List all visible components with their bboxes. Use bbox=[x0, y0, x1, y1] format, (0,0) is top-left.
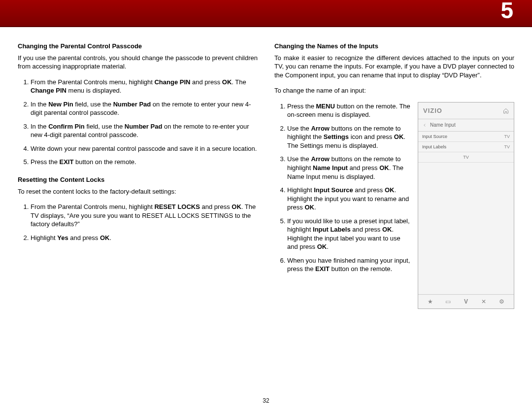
steps-passcode: From the Parental Controls menu, highlig… bbox=[18, 78, 258, 167]
list-item: In the Confirm Pin field, use the Number… bbox=[31, 122, 258, 139]
bold-text: OK bbox=[222, 78, 232, 86]
bold-text: OK bbox=[382, 226, 392, 233]
bold-text: OK bbox=[304, 204, 314, 211]
section-title-passcode: Changing the Parental Control Passcode bbox=[18, 42, 258, 51]
text: and press bbox=[353, 186, 385, 194]
text: . bbox=[314, 204, 316, 211]
text: Highlight bbox=[31, 234, 57, 241]
bold-text: Input Source bbox=[314, 186, 353, 194]
text: button on the remote. bbox=[73, 158, 136, 166]
text: and press bbox=[348, 164, 379, 171]
list-item: Use the Arrow buttons on the remote to h… bbox=[287, 155, 411, 181]
section-title-reset: Resetting the Content Locks bbox=[18, 175, 258, 184]
text: . bbox=[327, 243, 329, 250]
bold-text: Number Pad bbox=[125, 123, 163, 130]
section-intro-inputs: To make it easier to recognize the diffe… bbox=[274, 54, 514, 80]
bold-text: Change PIN bbox=[31, 87, 66, 94]
bold-text: Settings bbox=[324, 133, 349, 140]
section-intro-reset: To reset the content locks to the factor… bbox=[18, 187, 258, 196]
list-item: In the New Pin field, use the Number Pad… bbox=[31, 100, 258, 117]
text: In the bbox=[31, 101, 48, 108]
section-lead-inputs: To change the name of an input: bbox=[274, 86, 514, 95]
text: Use the bbox=[287, 125, 311, 132]
bold-text: RESET LOCKS bbox=[154, 203, 200, 210]
left-column: Changing the Parental Control Passcode I… bbox=[18, 42, 258, 309]
text: and press bbox=[351, 226, 382, 233]
page-number: 32 bbox=[0, 397, 532, 404]
text: . The bbox=[232, 78, 246, 86]
text: . bbox=[109, 234, 111, 241]
list-item: Use the Arrow buttons on the remote to h… bbox=[287, 124, 411, 150]
tv-row-input-source: Input Source TV bbox=[418, 132, 514, 142]
right-split: Press the MENU button on the remote. The… bbox=[274, 102, 514, 309]
tv-breadcrumb-text: Name Input bbox=[430, 122, 456, 129]
chapter-number: 5 bbox=[500, 0, 513, 22]
text: field, use the bbox=[73, 101, 113, 108]
list-item: When you have finished naming your input… bbox=[287, 256, 411, 274]
bold-text: Change PIN bbox=[154, 78, 190, 86]
section-intro-passcode: If you use the parental controls, you sh… bbox=[18, 54, 258, 71]
text: and press bbox=[68, 234, 100, 241]
right-column: Changing the Names of the Inputs To make… bbox=[274, 42, 514, 309]
bold-text: OK bbox=[100, 234, 110, 241]
text: From the Parental Controls menu, highlig… bbox=[31, 203, 154, 210]
bold-text: New Pin bbox=[48, 101, 73, 108]
list-item: Write down your new parental control pas… bbox=[31, 144, 258, 153]
bold-text: Yes bbox=[57, 234, 68, 241]
close-icon: ✕ bbox=[475, 298, 493, 306]
bold-text: Name Input bbox=[313, 164, 348, 171]
home-icon bbox=[503, 108, 509, 114]
wide-icon: ▭ bbox=[439, 298, 457, 306]
text: icon and press bbox=[349, 133, 394, 140]
list-item: From the Parental Controls menu, highlig… bbox=[31, 78, 258, 95]
back-icon bbox=[422, 123, 427, 128]
list-item: Press the EXIT button on the remote. bbox=[31, 158, 258, 167]
text: Highlight bbox=[287, 186, 314, 194]
tv-row-value: TV bbox=[504, 134, 510, 139]
bold-text: OK bbox=[317, 243, 327, 250]
bold-text: Arrow bbox=[311, 125, 330, 132]
text: Press the bbox=[31, 158, 60, 166]
tv-menu-header: VIZIO bbox=[418, 103, 514, 120]
star-icon: ★ bbox=[421, 298, 439, 306]
v-icon: V bbox=[457, 298, 475, 306]
bold-text: EXIT bbox=[60, 158, 74, 166]
text: Use the bbox=[287, 155, 311, 163]
list-item: Highlight Yes and press OK. bbox=[31, 234, 258, 242]
chapter-header-bar: 5 bbox=[0, 0, 532, 27]
text: button on the remote. bbox=[330, 265, 392, 273]
vizio-logo: VIZIO bbox=[423, 106, 442, 115]
tv-row-center: TV bbox=[418, 152, 514, 163]
bold-text: Number Pad bbox=[113, 101, 151, 108]
text: and press bbox=[190, 78, 222, 86]
text: In the bbox=[31, 123, 48, 130]
tv-breadcrumb: Name Input bbox=[418, 119, 514, 132]
list-item: Highlight Input Source and press OK. Hig… bbox=[287, 186, 411, 212]
gear-icon: ⚙ bbox=[493, 298, 511, 306]
text: field, use the bbox=[85, 123, 125, 130]
text: Press the bbox=[287, 103, 316, 110]
right-steps-wrap: Press the MENU button on the remote. The… bbox=[274, 102, 411, 309]
bold-text: Arrow bbox=[311, 155, 330, 163]
bold-text: OK bbox=[379, 164, 389, 171]
tv-row-label: Input Labels bbox=[422, 144, 446, 150]
tv-spacer bbox=[418, 163, 514, 294]
steps-inputs: Press the MENU button on the remote. The… bbox=[274, 102, 411, 274]
section-title-inputs: Changing the Names of the Inputs bbox=[274, 42, 514, 51]
tv-row-input-labels: Input Labels TV bbox=[418, 142, 514, 152]
bold-text: Input Labels bbox=[313, 226, 351, 233]
tv-menu-panel: VIZIO Name Input Input Source TV Inp bbox=[418, 102, 514, 309]
bold-text: EXIT bbox=[315, 265, 330, 273]
bold-text: OK bbox=[232, 203, 241, 210]
tv-footer: ★ ▭ V ✕ ⚙ bbox=[418, 294, 514, 308]
bold-text: OK bbox=[394, 133, 404, 140]
text: and press bbox=[200, 203, 232, 210]
text: From the Parental Controls menu, highlig… bbox=[31, 78, 154, 86]
text: menu is displayed. bbox=[66, 87, 121, 94]
bold-text: Confirm Pin bbox=[48, 123, 85, 130]
bold-text: MENU bbox=[316, 103, 335, 110]
tv-row-label: Input Source bbox=[422, 134, 447, 139]
tv-row-value: TV bbox=[504, 144, 510, 150]
steps-reset: From the Parental Controls menu, highlig… bbox=[18, 203, 258, 242]
content-area: Changing the Parental Control Passcode I… bbox=[0, 27, 532, 309]
